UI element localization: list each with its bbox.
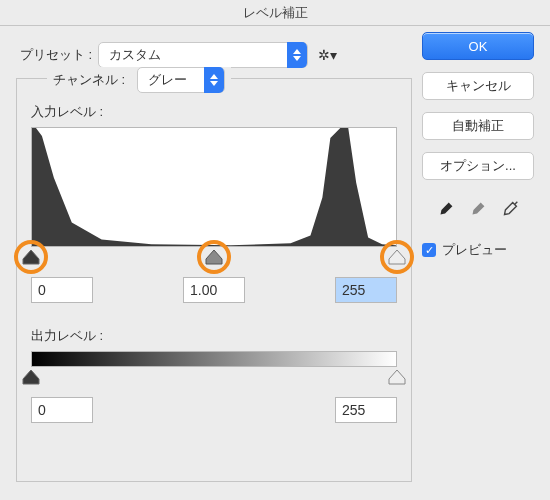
output-shadow-field[interactable]: 0 <box>31 397 93 423</box>
output-highlight-handle[interactable] <box>388 369 406 385</box>
output-gradient <box>31 351 397 367</box>
window-title: レベル補正 <box>0 0 550 26</box>
auto-button[interactable]: 自動補正 <box>422 112 534 140</box>
eyedropper-white-icon[interactable] <box>499 198 521 223</box>
output-levels-label: 出力レベル : <box>31 327 411 345</box>
channel-select[interactable]: グレー <box>137 67 225 93</box>
dropdown-caret-icon <box>204 67 224 93</box>
eyedropper-gray-icon[interactable] <box>467 198 489 223</box>
preview-checkbox[interactable]: ✓ <box>422 243 436 257</box>
input-highlight-field[interactable]: 255 <box>335 277 397 303</box>
preset-value: カスタム <box>109 46 161 64</box>
preview-label: プレビュー <box>442 241 507 259</box>
gamma-slider-handle[interactable] <box>205 249 223 265</box>
input-shadow-field[interactable]: 0 <box>31 277 93 303</box>
dropdown-caret-icon <box>287 42 307 68</box>
preset-label: プリセット : <box>20 46 92 64</box>
channel-value: グレー <box>148 71 187 89</box>
levels-panel: チャンネル : グレー 入力レベル : 0 1.00 255 出力レベル <box>16 78 412 482</box>
ok-button[interactable]: OK <box>422 32 534 60</box>
gear-icon[interactable]: ✲▾ <box>318 47 337 63</box>
preset-select[interactable]: カスタム <box>98 42 308 68</box>
input-gamma-field[interactable]: 1.00 <box>183 277 245 303</box>
output-shadow-handle[interactable] <box>22 369 40 385</box>
input-levels-label: 入力レベル : <box>31 103 411 121</box>
shadow-slider-handle[interactable] <box>22 249 40 265</box>
eyedropper-black-icon[interactable] <box>435 198 457 223</box>
input-slider[interactable] <box>31 249 397 271</box>
highlight-slider-handle[interactable] <box>388 249 406 265</box>
output-slider[interactable] <box>31 369 397 391</box>
histogram <box>31 127 397 247</box>
options-button[interactable]: オプション... <box>422 152 534 180</box>
output-highlight-field[interactable]: 255 <box>335 397 397 423</box>
channel-label: チャンネル : <box>53 71 125 89</box>
cancel-button[interactable]: キャンセル <box>422 72 534 100</box>
